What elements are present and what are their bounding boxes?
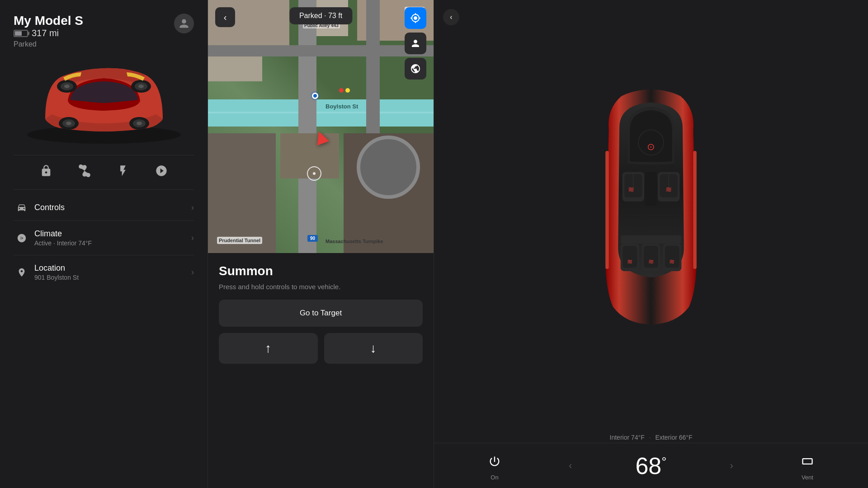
temp-increase-button[interactable]: › [730, 460, 733, 472]
svg-text:≋: ≋ [628, 185, 634, 194]
climate-controls: On ‹ 68° › Vent [434, 443, 868, 488]
summon-title: Summon [219, 264, 423, 278]
controls-title: Controls [34, 203, 191, 212]
svg-point-9 [138, 84, 144, 88]
svg-text:≋: ≋ [669, 258, 675, 265]
move-forward-button[interactable]: ↑ [219, 333, 318, 364]
car-title: My Model S [14, 14, 83, 28]
temperature-display: 68° [635, 452, 666, 479]
quick-actions [14, 155, 194, 190]
remote-button[interactable] [155, 164, 168, 180]
battery-fill [15, 31, 22, 36]
location-text: Location 901 Boylston St [34, 263, 191, 281]
menu-item-location[interactable]: Location 901 Boylston St › [14, 255, 194, 289]
location-title: Location [34, 263, 191, 273]
map-right-buttons [405, 7, 426, 80]
up-arrow-icon: ↑ [265, 341, 271, 356]
exterior-temp-label: Exterior 66°F [656, 434, 693, 441]
car-topdown-svg: ≋ ≋ ≋ ≋ ≋ ⊙ [588, 83, 714, 345]
lock-button[interactable] [40, 164, 52, 180]
svg-rect-34 [605, 151, 609, 269]
fan-button[interactable] [78, 164, 91, 180]
temp-decrease-button[interactable]: ‹ [569, 460, 572, 472]
person-button[interactable] [405, 33, 426, 54]
map-back-button[interactable]: ‹ [215, 7, 235, 27]
temp-degree-symbol: ° [661, 454, 666, 468]
temp-number: 68 [635, 453, 661, 479]
right-back-button[interactable]: ‹ [443, 9, 459, 25]
climate-text: Climate Active · Interior 74°F [34, 229, 191, 247]
car-interior-view: ≋ ≋ ≋ ≋ ≋ ⊙ [434, 0, 868, 428]
vent-label: Vent [802, 474, 813, 481]
summon-desc: Press and hold controls to move vehicle. [219, 283, 423, 291]
car-image [14, 56, 194, 150]
traffic-lights [339, 88, 350, 93]
interior-temp-label: Interior 74°F [610, 434, 645, 441]
power-button[interactable] [484, 450, 505, 472]
climate-subtitle: Active · Interior 74°F [34, 239, 191, 247]
svg-point-6 [66, 122, 71, 125]
climate-chevron: › [191, 233, 194, 243]
controls-icon [14, 202, 30, 212]
header-row: My Model S 317 mi Parked [14, 14, 194, 53]
svg-text:⊙: ⊙ [647, 141, 655, 152]
direction-buttons: ↑ ↓ [219, 333, 423, 364]
car-title-section: My Model S 317 mi Parked [14, 14, 83, 53]
parked-status: Parked [14, 40, 83, 48]
down-arrow-icon: ↓ [370, 341, 377, 356]
svg-point-3 [64, 84, 70, 88]
vent-control: Vent [797, 450, 818, 481]
battery-row: 317 mi [14, 28, 83, 38]
charge-button[interactable] [117, 164, 129, 180]
svg-text:≋: ≋ [665, 185, 672, 194]
menu-section: Controls › Climate Active · Interior 74°… [14, 194, 194, 479]
svg-text:≋: ≋ [627, 258, 633, 265]
svg-text:≋: ≋ [648, 258, 654, 265]
center-panel: Boylston St Prudential Tunnel 90 Massach… [208, 0, 434, 488]
parked-badge: Parked · 73 ft [289, 7, 352, 24]
climate-title: Climate [34, 229, 191, 239]
menu-item-controls[interactable]: Controls › [14, 194, 194, 221]
location-dot [312, 93, 318, 99]
controls-chevron: › [191, 203, 194, 212]
svg-rect-27 [621, 235, 681, 244]
move-backward-button[interactable]: ↓ [324, 333, 423, 364]
climate-icon [14, 233, 30, 243]
map-background: Boylston St Prudential Tunnel 90 Massach… [208, 0, 434, 253]
menu-item-climate[interactable]: Climate Active · Interior 74°F › [14, 221, 194, 255]
crosshair-button[interactable] [405, 7, 426, 29]
svg-rect-18 [646, 172, 656, 206]
target-marker [307, 166, 321, 181]
temperature-bar: Interior 74°F · Exterior 66°F [434, 428, 868, 443]
goto-target-button[interactable]: Go to Target [219, 300, 423, 327]
right-panel: ‹ [434, 0, 868, 488]
location-subtitle: 901 Boylston St [34, 274, 191, 281]
user-avatar[interactable] [174, 14, 194, 33]
controls-text: Controls [34, 203, 191, 212]
power-label: On [491, 474, 498, 481]
power-control: On [484, 450, 505, 481]
location-icon [14, 267, 30, 277]
globe-button[interactable] [405, 58, 426, 80]
left-panel: My Model S 317 mi Parked [0, 0, 208, 488]
map-container: Boylston St Prudential Tunnel 90 Massach… [208, 0, 434, 253]
battery-icon [14, 30, 28, 37]
svg-rect-35 [693, 151, 696, 269]
location-chevron: › [191, 267, 194, 277]
summon-panel: Summon Press and hold controls to move v… [208, 253, 434, 488]
temp-value: 68° [635, 453, 666, 479]
car-illustration [18, 60, 190, 146]
vent-button[interactable] [797, 450, 818, 472]
battery-miles: 317 mi [32, 28, 59, 38]
svg-point-12 [137, 122, 142, 125]
